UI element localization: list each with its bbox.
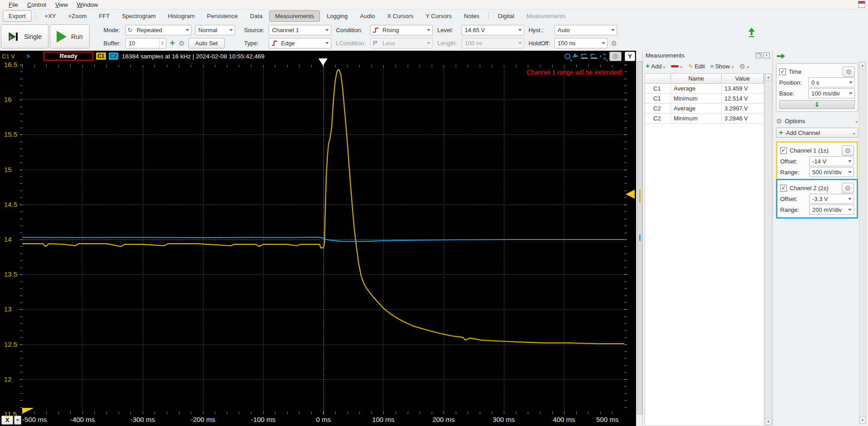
holdoff-select[interactable]: 100 ns xyxy=(555,38,608,48)
time-checkbox[interactable]: ✓ xyxy=(779,68,786,75)
channel1-gear-button[interactable]: ⚙ xyxy=(842,145,854,156)
zoom-fit-icon[interactable] xyxy=(600,53,606,59)
plot-settings-button[interactable]: ⚙ xyxy=(609,52,622,61)
channel1-range-select[interactable]: 500 mV/div xyxy=(809,167,854,177)
channel2-gear-button[interactable]: ⚙ xyxy=(842,183,854,193)
channel1-offset-select[interactable]: -14 V xyxy=(809,156,854,166)
add-channel-button[interactable]: + Add Channel xyxy=(776,128,858,138)
table-row[interactable]: C2Average3.2997 V xyxy=(645,104,764,114)
time-expand-button[interactable]: ⇓ xyxy=(779,100,855,109)
tab-fft[interactable]: FFT xyxy=(93,11,115,21)
app-window-icon[interactable] xyxy=(858,1,865,8)
tab-audio[interactable]: Audio xyxy=(355,11,381,21)
channel-cell: C2 xyxy=(645,104,671,113)
close-icon[interactable]: × xyxy=(763,53,770,58)
tab-notes[interactable]: Notes xyxy=(458,11,485,21)
options-row[interactable]: ⚙ Options xyxy=(776,116,858,126)
tab-histogram[interactable]: Histogram xyxy=(163,11,200,21)
channel2-checkbox[interactable]: ✓ xyxy=(780,185,787,191)
scroll-up-icon[interactable]: ▲ xyxy=(859,62,866,69)
source-select[interactable]: Channel 1 xyxy=(269,25,331,35)
acquisition-select[interactable]: Normal xyxy=(195,25,235,35)
base-select[interactable]: 100 ms/div xyxy=(808,88,855,98)
tab-spectrogram[interactable]: Spectrogram xyxy=(116,11,161,21)
tab-export[interactable]: Export xyxy=(3,10,32,22)
tab-logging[interactable]: Logging xyxy=(321,11,353,21)
table-header-row[interactable]: NameValue xyxy=(645,74,764,84)
channel1-badge[interactable]: C1 xyxy=(96,53,106,60)
buffer-gear-icon[interactable]: ⚙ xyxy=(178,40,184,47)
show-measurement-button[interactable]: ≡ Show xyxy=(710,63,734,70)
gridline-horizontal xyxy=(22,379,624,380)
time-gear-button[interactable]: ⚙ xyxy=(843,67,855,77)
tab-y-cursors[interactable]: Y Cursors xyxy=(420,11,458,21)
range-indicator-strip[interactable] xyxy=(637,61,642,414)
tab--zoom[interactable]: +Zoom xyxy=(63,11,92,21)
quick-measure-vertical-icon[interactable] xyxy=(591,54,597,59)
expand-right-arrow-icon[interactable] xyxy=(777,53,785,59)
buffer-spinner[interactable]: 10 ▲▼ xyxy=(125,38,166,48)
panel-scrollbar[interactable]: ▲ ▼ xyxy=(859,62,866,424)
gridline-horizontal xyxy=(22,345,624,345)
menu-window[interactable]: Window xyxy=(73,1,102,9)
tab-data[interactable]: Data xyxy=(245,11,268,21)
channel2-badge[interactable]: C2 xyxy=(109,53,118,60)
auto-set-button[interactable]: Auto Set xyxy=(188,38,225,48)
tab-x-cursors[interactable]: X Cursors xyxy=(382,11,419,21)
table-row[interactable]: C1Average13.459 V xyxy=(645,84,764,94)
tab-persistence[interactable]: Persistence xyxy=(202,11,243,21)
trigger-level-marker[interactable] xyxy=(626,190,635,199)
position-select[interactable]: 0 s xyxy=(808,77,855,87)
tab-digital[interactable]: Digital xyxy=(492,11,520,21)
measurements-scrollbar[interactable]: ▲ ▼ xyxy=(765,73,772,426)
edit-measurement-button[interactable]: ✎ Edit xyxy=(688,63,704,70)
chevron-down-icon xyxy=(680,67,683,68)
trigger-gear-icon[interactable]: ⚙ xyxy=(611,40,617,47)
add-measurement-button[interactable]: + Add xyxy=(646,62,665,71)
show-label: Show xyxy=(715,63,730,70)
mode-select[interactable]: ↻ Repeated xyxy=(125,25,192,35)
level-value: 14.65 V xyxy=(462,27,516,34)
spinner-arrows-icon[interactable]: ▲▼ xyxy=(159,38,166,48)
menu-file[interactable]: File xyxy=(5,1,22,9)
gridline-horizontal xyxy=(22,170,624,170)
hysteresis-select[interactable]: Auto xyxy=(555,25,617,35)
holdoff-value: 100 ns xyxy=(555,40,600,47)
scroll-down-icon[interactable]: ▼ xyxy=(765,418,772,425)
channel1-offset-marker[interactable] xyxy=(22,408,34,414)
table-row[interactable]: C1Minimum12.514 V xyxy=(645,94,764,104)
add-label: Add xyxy=(651,63,661,70)
zoom-in-icon[interactable] xyxy=(564,53,570,59)
type-select[interactable]: Edge xyxy=(269,38,331,48)
collapse-up-arrow-icon[interactable] xyxy=(748,28,755,38)
channel2-offset-select[interactable]: -3.3 V xyxy=(809,194,854,204)
table-row[interactable]: C2Minimum3.2846 V xyxy=(645,114,764,124)
channel1-checkbox[interactable]: ✓ xyxy=(780,147,787,154)
single-button[interactable]: 1 Single xyxy=(1,24,48,48)
mode-label: Mode: xyxy=(104,27,121,34)
scroll-up-icon[interactable]: ▲ xyxy=(765,74,772,81)
column-header[interactable]: Name xyxy=(671,74,722,83)
menu-control[interactable]: Control xyxy=(23,1,50,9)
column-header[interactable] xyxy=(645,74,671,83)
quick-measure-horizontal-icon[interactable] xyxy=(581,54,588,59)
run-button[interactable]: Run xyxy=(50,24,90,48)
measurements-settings-button[interactable]: ⚙ xyxy=(739,63,749,70)
add-buffer-icon[interactable]: + xyxy=(170,38,175,48)
level-select[interactable]: 14.65 V xyxy=(462,25,524,35)
scroll-down-icon[interactable]: ▼ xyxy=(859,417,866,424)
tab-measurements[interactable]: Measurements xyxy=(269,10,320,22)
remove-measurement-button[interactable] xyxy=(671,64,683,68)
menu-view[interactable]: View xyxy=(51,1,72,9)
channel2-range-select[interactable]: 200 mV/div xyxy=(809,205,854,215)
y-axis-button[interactable]: Y xyxy=(625,52,635,61)
plot-canvas[interactable] xyxy=(22,65,624,414)
tab--xy[interactable]: +XY xyxy=(39,11,62,21)
condition-select[interactable]: Rising xyxy=(370,25,433,35)
chevron-down-icon xyxy=(323,42,331,44)
undock-icon[interactable]: ❐ xyxy=(756,53,762,58)
trigger-position-marker[interactable] xyxy=(318,58,328,66)
chevron-down-icon xyxy=(747,67,749,68)
column-header[interactable]: Value xyxy=(722,74,764,83)
cursor-mode-icon[interactable] xyxy=(573,53,579,59)
